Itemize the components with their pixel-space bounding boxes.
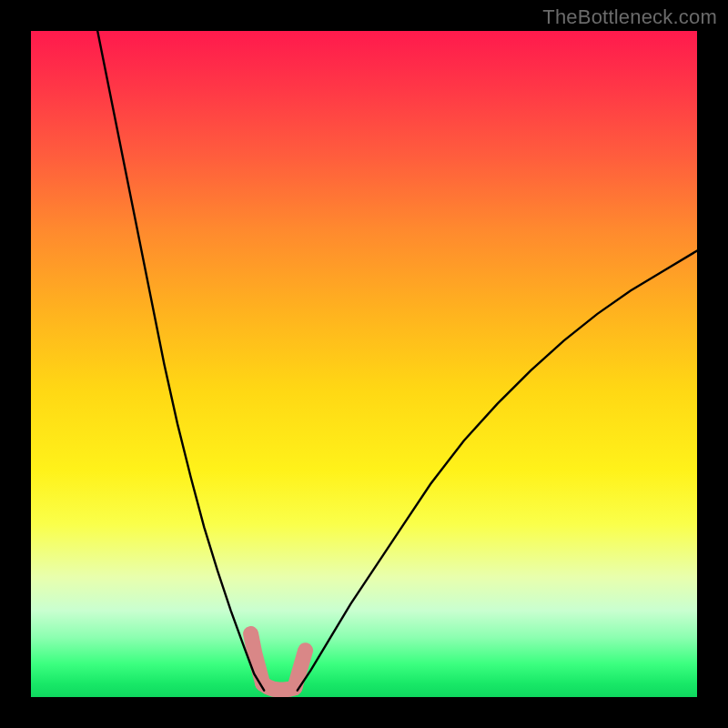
plot-area (31, 31, 697, 697)
chart-svg (31, 31, 697, 697)
data-curves (97, 31, 697, 691)
watermark-text: TheBottleneck.com (542, 5, 717, 29)
chart-frame: TheBottleneck.com (0, 0, 728, 728)
